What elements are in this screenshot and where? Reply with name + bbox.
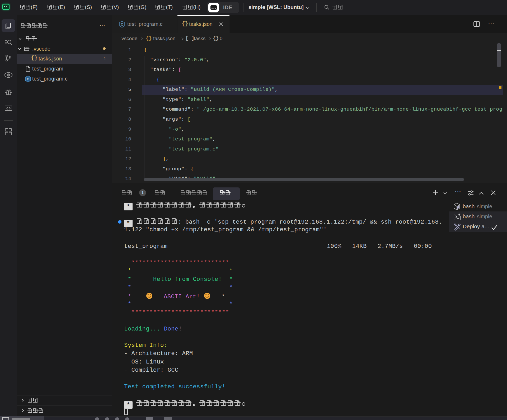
svg-text:C: C — [121, 22, 123, 26]
svg-text:C: C — [27, 77, 29, 81]
